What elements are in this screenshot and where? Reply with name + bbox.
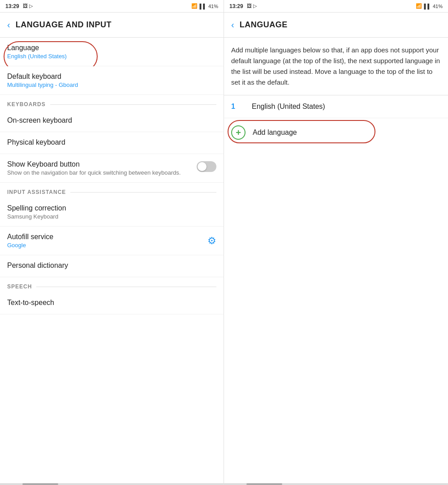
physical-keyboard-setting[interactable]: Physical keyboard — [0, 132, 224, 154]
signal-icon-right: ▌▌ — [424, 4, 431, 9]
status-bar-left: 13:29 🖼 ▷ 📶 ▌▌ 41% — [0, 0, 224, 13]
left-panel-header: ‹ LANGUAGE AND INPUT — [0, 13, 224, 38]
signal-icon-left: ▌▌ — [199, 4, 207, 9]
autofill-service-setting[interactable]: Autofill service Google ⚙ — [0, 227, 224, 255]
panel-right: ‹ LANGUAGE Add multiple languages below … — [224, 13, 448, 485]
notification-icons-left: 🖼 ▷ — [23, 3, 33, 9]
input-assistance-section-header: INPUT ASSISTANCE — [0, 183, 224, 198]
show-keyboard-button-setting[interactable]: Show Keyboard button Show on the navigat… — [0, 154, 224, 183]
right-panel-title: LANGUAGE — [240, 20, 288, 30]
back-button-right[interactable]: ‹ — [231, 20, 234, 30]
language-list-item[interactable]: 1 English (United States) — [224, 95, 448, 118]
default-keyboard-title: Default keyboard — [7, 73, 216, 81]
language-setting[interactable]: Language English (United States) — [0, 38, 224, 66]
back-button-left[interactable]: ‹ — [7, 20, 10, 30]
spelling-correction-subtitle: Samsung Keyboard — [7, 213, 216, 220]
panel-left: ‹ LANGUAGE AND INPUT Language English (U… — [0, 13, 224, 485]
left-scrollbar-thumb — [22, 483, 58, 485]
settings-list: Language English (United States) Default… — [0, 38, 224, 483]
language-number: 1 — [231, 103, 245, 111]
spelling-correction-title: Spelling correction — [7, 204, 216, 212]
autofill-subtitle: Google — [7, 242, 207, 249]
panels: ‹ LANGUAGE AND INPUT Language English (U… — [0, 13, 448, 485]
right-scrollbar-thumb — [246, 483, 282, 485]
wifi-icon-left: 📶 — [191, 3, 198, 9]
add-language-label: Add language — [253, 129, 297, 137]
wifi-icon-right: 📶 — [416, 3, 422, 9]
language-name: English (United States) — [252, 103, 325, 111]
personal-dictionary-title: Personal dictionary — [7, 262, 216, 270]
show-keyboard-title: Show Keyboard button — [7, 160, 197, 168]
time-right: 13:29 — [229, 3, 243, 9]
onscreen-keyboard-setting[interactable]: On-screen keyboard — [0, 110, 224, 132]
spelling-correction-setting[interactable]: Spelling correction Samsung Keyboard — [0, 198, 224, 227]
time-left: 13:29 — [5, 3, 19, 9]
autofill-title: Autofill service — [7, 233, 207, 241]
speech-section-header: SPEECH — [0, 277, 224, 292]
physical-keyboard-title: Physical keyboard — [7, 138, 216, 146]
show-keyboard-subtitle: Show on the navigation bar for quick swi… — [7, 169, 197, 176]
autofill-content: Autofill service Google — [7, 233, 207, 249]
show-keyboard-toggle[interactable] — [197, 161, 216, 172]
language-title: Language — [7, 44, 216, 52]
personal-dictionary-setting[interactable]: Personal dictionary — [0, 255, 224, 277]
status-icons-right: 📶 ▌▌ 41% — [416, 3, 443, 9]
default-keyboard-setting[interactable]: Default keyboard Multilingual typing - G… — [0, 66, 224, 95]
language-subtitle: English (United States) — [7, 53, 216, 60]
status-icons-left: 📶 ▌▌ 41% — [191, 3, 218, 9]
default-keyboard-subtitle: Multilingual typing - Gboard — [7, 82, 216, 88]
add-language-item[interactable]: + Add language — [224, 118, 448, 147]
status-bar-right: 13:29 🖼 ▷ 📶 ▌▌ 41% — [224, 0, 448, 13]
text-to-speech-title: Text-to-speech — [7, 299, 216, 307]
text-to-speech-setting[interactable]: Text-to-speech — [0, 292, 224, 314]
notification-icons-right: 🖼 ▷ — [247, 3, 257, 9]
status-bar: 13:29 🖼 ▷ 📶 ▌▌ 41% 13:29 🖼 ▷ 📶 ▌▌ 41% — [0, 0, 448, 13]
add-language-plus-icon: + — [231, 125, 246, 140]
keyboards-section-header: KEYBOARDS — [0, 95, 224, 110]
right-scrollbar[interactable] — [224, 483, 448, 485]
language-description: Add multiple languages below so that, if… — [224, 38, 448, 95]
show-keyboard-text: Show Keyboard button Show on the navigat… — [7, 160, 197, 176]
onscreen-keyboard-title: On-screen keyboard — [7, 116, 216, 124]
left-scrollbar[interactable] — [0, 483, 224, 485]
battery-left: 41% — [208, 4, 218, 9]
battery-right: 41% — [433, 4, 443, 9]
left-panel-title: LANGUAGE AND INPUT — [16, 20, 112, 30]
gear-icon[interactable]: ⚙ — [207, 235, 216, 247]
right-panel-header: ‹ LANGUAGE — [224, 13, 448, 38]
add-language-highlight-circle — [228, 120, 375, 143]
language-list: Add multiple languages below so that, if… — [224, 38, 448, 483]
